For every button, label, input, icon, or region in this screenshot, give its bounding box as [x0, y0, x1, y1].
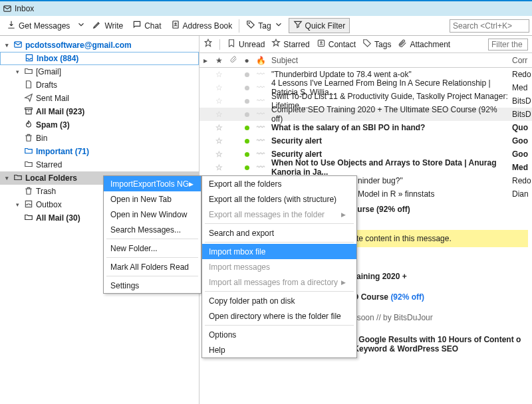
- mail-icon: [3, 4, 12, 13]
- message-row[interactable]: ☆〰Complete SEO Training 2020 + The Ultim…: [200, 108, 532, 121]
- import-export-submenu: Export all the foldersExport all the fol…: [201, 175, 357, 358]
- sent-row[interactable]: Sent Mail: [0, 92, 199, 105]
- menu-item[interactable]: Options: [202, 327, 356, 342]
- get-messages-button[interactable]: Get Messages: [3, 19, 74, 33]
- menu-item[interactable]: Export all the folders (with structure): [202, 191, 356, 207]
- quick-filter-toggle[interactable]: Quick Filter: [289, 18, 350, 33]
- global-search-input[interactable]: [450, 19, 529, 33]
- thread-col[interactable]: ▸: [200, 56, 211, 65]
- chat-icon: [132, 20, 142, 31]
- spam-row[interactable]: Spam (3): [0, 118, 199, 132]
- message-subject: "Thunderbird Update to 78.4 went a-ok": [269, 70, 511, 79]
- folder-icon: [24, 213, 33, 224]
- message-row[interactable]: ☆〰When Not to Use Objects and Arrays to …: [200, 161, 532, 174]
- message-corr: Goo: [511, 136, 532, 146]
- chat-button[interactable]: Chat: [128, 19, 165, 33]
- column-headers: ▸ ★ ● 🔥 Subject Corr: [200, 53, 532, 68]
- menu-item[interactable]: Open directory where is the folder file: [202, 308, 356, 324]
- filter-starred[interactable]: Starred: [271, 39, 309, 50]
- star-col[interactable]: ★: [211, 56, 226, 65]
- filter-tags[interactable]: Tags: [362, 39, 391, 50]
- filter-messages-input[interactable]: [488, 39, 528, 50]
- star-toggle[interactable]: ☆: [211, 96, 226, 106]
- bookmark-icon: [227, 39, 236, 50]
- twisty-down-icon: ▾: [3, 175, 11, 181]
- menu-item[interactable]: Copy folder path on disk: [202, 293, 356, 308]
- menu-item: Import all messages from a directory▶: [202, 274, 356, 290]
- menu-item[interactable]: Open in New Window: [104, 207, 201, 222]
- twisty-down-icon: ▾: [13, 68, 21, 75]
- inbox-row[interactable]: Inbox (884): [0, 52, 199, 65]
- pencil-icon: [92, 20, 102, 31]
- menu-item[interactable]: Help: [202, 342, 356, 357]
- tag-button[interactable]: Tag: [242, 19, 287, 33]
- svg-point-3: [249, 23, 249, 23]
- menu-item[interactable]: Settings: [104, 278, 201, 293]
- filter-unread[interactable]: Unread: [227, 39, 265, 50]
- drafts-row[interactable]: Drafts: [0, 78, 199, 92]
- important-row[interactable]: Important (71): [0, 145, 199, 158]
- gmail-folder-row[interactable]: ▾ [Gmail]: [0, 65, 199, 78]
- archive-icon: [24, 106, 33, 118]
- star-toggle[interactable]: ☆: [211, 110, 226, 119]
- menu-item[interactable]: Import mbox file: [202, 244, 356, 259]
- tag-icon: [362, 39, 372, 50]
- all-mail-row[interactable]: All Mail (923): [0, 105, 199, 118]
- message-row[interactable]: ☆〰Security alertGoo: [200, 134, 532, 148]
- twisty-down-icon: ▾: [3, 42, 11, 49]
- funnel-icon: [293, 20, 303, 31]
- inbox-icon: [25, 53, 34, 64]
- menu-item[interactable]: New Folder...: [104, 241, 201, 256]
- folder-icon: [24, 159, 33, 171]
- menu-item[interactable]: Search Messages...: [104, 222, 201, 237]
- message-corr: Quo: [511, 123, 532, 132]
- menu-item[interactable]: Mark All Folders Read: [104, 259, 201, 274]
- book-icon: [171, 20, 180, 31]
- folder-icon: [24, 146, 33, 157]
- address-book-button[interactable]: Address Book: [167, 19, 237, 33]
- star-toggle[interactable]: ☆: [211, 123, 226, 132]
- star-icon: [271, 39, 281, 50]
- pin-icon[interactable]: [203, 39, 213, 50]
- message-corr: BitsD: [511, 110, 532, 119]
- read-col[interactable]: ●: [241, 56, 253, 65]
- starred-row[interactable]: Starred: [0, 158, 199, 171]
- toolbar-divider: [239, 19, 239, 33]
- message-corr: BitsD: [511, 96, 532, 106]
- attach-col[interactable]: [226, 55, 241, 65]
- menu-item[interactable]: Open in New Tab: [104, 191, 201, 207]
- folder-icon: [13, 173, 23, 184]
- star-toggle[interactable]: ☆: [211, 150, 226, 159]
- filter-attachment[interactable]: Attachment: [398, 39, 450, 50]
- subject-col[interactable]: Subject: [269, 56, 511, 65]
- star-toggle[interactable]: ☆: [211, 70, 226, 79]
- flame-icon: [24, 120, 33, 131]
- message-row[interactable]: ☆〰What is the salary of an SBI PO in han…: [200, 121, 532, 134]
- message-subject: What is the salary of an SBI PO in hand?: [269, 123, 511, 132]
- account-row[interactable]: ▾ pcdotssoftware@gmail.com: [0, 39, 199, 52]
- message-corr: Goo: [511, 150, 532, 159]
- menu-item[interactable]: Search and export: [202, 225, 356, 241]
- message-list: ☆〰"Thunderbird Update to 78.4 went a-ok"…: [200, 68, 532, 174]
- junk-col[interactable]: 🔥: [253, 56, 269, 65]
- window-title: Inbox: [15, 4, 34, 13]
- paperclip-icon: [398, 39, 407, 50]
- message-corr: Med: [511, 83, 532, 92]
- menu-item[interactable]: ImportExportTools NG▶: [104, 176, 201, 191]
- get-messages-dropdown[interactable]: [75, 19, 87, 33]
- write-button[interactable]: Write: [88, 19, 127, 33]
- bin-row[interactable]: Bin: [0, 132, 199, 145]
- corr-col[interactable]: Corr: [511, 56, 532, 65]
- message-subject: Security alert: [269, 150, 511, 159]
- menu-item[interactable]: Export all the folders: [202, 176, 356, 191]
- chevron-down-icon: [274, 20, 283, 31]
- star-toggle[interactable]: ☆: [211, 136, 226, 146]
- trash-icon: [24, 186, 33, 197]
- star-toggle[interactable]: ☆: [211, 83, 226, 92]
- message-subject: Security alert: [269, 136, 511, 146]
- filter-contact[interactable]: Contact: [317, 39, 356, 50]
- star-toggle[interactable]: ☆: [211, 163, 226, 172]
- menu-item: Import messages: [202, 259, 356, 274]
- sent-icon: [24, 93, 33, 104]
- message-corr: Med: [511, 163, 532, 172]
